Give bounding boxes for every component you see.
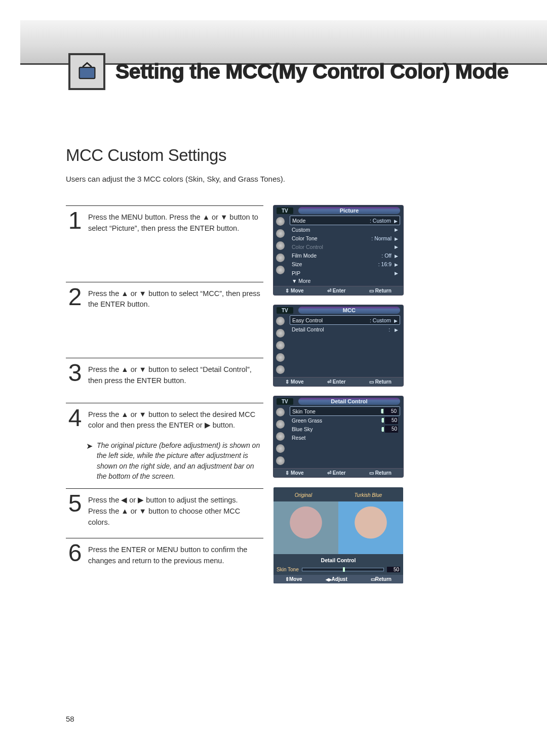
step-number: 6: [66, 543, 84, 567]
osd-picture: TV Picture Mode: Custom▶ Custom▶ Color T…: [274, 205, 403, 295]
foot-return: Return: [371, 576, 392, 582]
step-text: Press the MENU button. Press the ▲ or ▼ …: [88, 211, 263, 234]
preview-right-label: Turkish Blue: [354, 492, 382, 498]
preview-footer: Move Adjust Return: [274, 575, 403, 583]
osd-row-filmmode[interactable]: Film Mode: Off▶: [290, 251, 400, 260]
osd-menu-list: Mode: Custom▶ Custom▶ Color Tone: Normal…: [287, 214, 403, 286]
step-text: Press the ▲ or ▼ button to select “Detai…: [88, 363, 263, 387]
step-4: 4 Press the ▲ or ▼ button to select the …: [66, 403, 263, 439]
step-5: 5 Press the ◀ or ▶ button to adjust the …: [66, 488, 263, 535]
step-4-note: ➤ The original picture (before adjustmen…: [86, 440, 263, 481]
osd-title: Picture: [298, 207, 400, 214]
step-number: 5: [66, 494, 84, 528]
foot-move: Move: [285, 379, 304, 385]
steps-column: 1 Press the MENU button. Press the ▲ or …: [66, 205, 263, 574]
preview-slider-label: Skin Tone: [277, 567, 299, 572]
step-number: 4: [66, 408, 84, 432]
step-2: 2 Press the ▲ or ▼ button to select “MCC…: [66, 282, 263, 318]
osd-footer: Move Enter Return: [274, 286, 403, 295]
osd-mcc: TV MCC Easy Control: Custom▶ Detail Cont…: [274, 305, 403, 386]
osd-row-size[interactable]: Size: 16:9▶: [290, 260, 400, 269]
preview-slider[interactable]: Skin Tone 50: [277, 567, 400, 572]
section-title: MCC Custom Settings: [66, 146, 226, 165]
preview-bar-title: Detail Control: [274, 557, 403, 563]
note-text: The original picture (before adjustment)…: [97, 440, 263, 481]
step-1: 1 Press the MENU button. Press the ▲ or …: [66, 205, 263, 241]
slider-bluesky[interactable]: Blue Sky 50: [290, 425, 400, 434]
tv-icon: [68, 53, 105, 90]
osd-tv-label: TV: [277, 398, 293, 405]
page-title: Setting the MCC(My Control Color) Mode: [115, 60, 509, 83]
foot-return: Return: [369, 470, 392, 476]
osd-sidebar-icons: [274, 314, 287, 377]
slider-reset[interactable]: Reset: [290, 434, 400, 442]
osd-title: MCC: [298, 307, 400, 314]
osd-footer: Move Enter Return: [274, 468, 403, 477]
osd-sidebar-icons: [274, 405, 287, 468]
foot-return: Return: [369, 379, 392, 385]
step-3: 3 Press the ▲ or ▼ button to select “Det…: [66, 358, 263, 394]
foot-move: Move: [285, 576, 302, 582]
osd-row-detailcontrol[interactable]: Detail Control: ▶: [290, 325, 400, 333]
preview-split-image: [274, 501, 403, 554]
step-text: Press the ◀ or ▶ button to adjust the se…: [88, 494, 263, 528]
osd-row-colorcontrol: Color Control▶: [290, 243, 400, 251]
step-number: 2: [66, 287, 84, 311]
step-text: Press the ▲ or ▼ button to select the de…: [88, 408, 263, 432]
intro-text: Users can adjust the 3 MCC colors (Skin,…: [66, 175, 285, 183]
osd-row-custom[interactable]: Custom▶: [290, 225, 400, 234]
osd-footer: Move Enter Return: [274, 377, 403, 386]
osd-preview: Original Turkish Blue Detail Control Ski…: [274, 487, 403, 583]
foot-enter: Enter: [327, 470, 346, 476]
slider-skintone[interactable]: Skin Tone 50: [290, 406, 400, 416]
foot-move: Move: [285, 470, 304, 476]
foot-return: Return: [369, 288, 392, 293]
foot-move: Move: [285, 288, 304, 293]
osd-tv-label: TV: [277, 307, 293, 314]
osd-row-mode[interactable]: Mode: Custom▶: [290, 216, 400, 225]
osd-row-colortone[interactable]: Color Tone: Normal▶: [290, 234, 400, 242]
preview-left-label: Original: [295, 492, 312, 498]
osd-menu-list: Easy Control: Custom▶ Detail Control: ▶: [287, 314, 403, 377]
step-number: 3: [66, 363, 84, 387]
foot-enter: Enter: [327, 379, 346, 385]
title-row: Setting the MCC(My Control Color) Mode: [68, 53, 514, 90]
osd-menu-list: Skin Tone 50 Green Grass 50 Blue Sky 50 …: [287, 405, 403, 468]
osd-sidebar-icons: [274, 214, 287, 286]
osd-row-easycontrol[interactable]: Easy Control: Custom▶: [290, 315, 400, 325]
step-text: Press the ▲ or ▼ button to select “MCC”,…: [88, 287, 263, 311]
preview-slider-value: 50: [387, 567, 400, 572]
manual-page: Setting the MCC(My Control Color) Mode M…: [0, 0, 547, 756]
foot-enter: Enter: [327, 288, 346, 293]
page-number: 58: [66, 715, 74, 723]
osd-title: Detail Control: [298, 398, 400, 405]
step-text: Press the ENTER or MENU button to confir…: [88, 543, 263, 567]
osd-column: TV Picture Mode: Custom▶ Custom▶ Color T…: [274, 205, 403, 583]
slider-greengrass[interactable]: Green Grass 50: [290, 416, 400, 425]
osd-detailcontrol: TV Detail Control Skin Tone 50 Green Gra…: [274, 396, 403, 477]
note-arrow-icon: ➤: [86, 440, 93, 481]
svg-rect-0: [79, 67, 95, 78]
step-number: 1: [66, 211, 84, 234]
foot-adjust: Adjust: [326, 576, 347, 582]
osd-more[interactable]: ▼ More: [290, 277, 400, 284]
osd-row-pip[interactable]: PIP▶: [290, 269, 400, 277]
osd-tv-label: TV: [277, 207, 293, 214]
step-6: 6 Press the ENTER or MENU button to conf…: [66, 538, 263, 574]
